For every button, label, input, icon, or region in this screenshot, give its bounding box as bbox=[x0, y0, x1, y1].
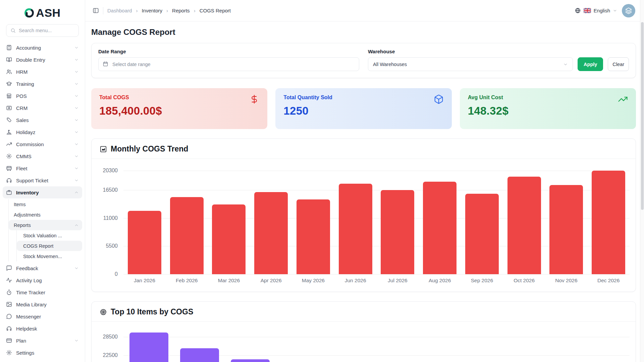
sidebar-item-activity-log[interactable]: Activity Log bbox=[3, 274, 82, 286]
sidebar-item-inventory[interactable]: Inventory bbox=[3, 186, 82, 198]
bar-dec-2026[interactable] bbox=[592, 171, 625, 274]
language-selector[interactable]: English bbox=[575, 7, 617, 14]
sidebar-submenu-inventory: ItemsAdjustmentsReportsStock Valuation .… bbox=[8, 199, 82, 261]
sidebar-item-pos[interactable]: POS bbox=[3, 90, 82, 102]
bar-sep-2026[interactable] bbox=[465, 194, 499, 274]
sidebar-item-double-entry[interactable]: Double Entry bbox=[3, 54, 82, 66]
bar-slot bbox=[123, 211, 166, 275]
apply-button[interactable]: Apply bbox=[578, 57, 603, 71]
sidebar-item-messenger[interactable]: Messenger bbox=[3, 310, 82, 322]
sidebar-item-stock-valuation[interactable]: Stock Valuation ... bbox=[17, 230, 82, 241]
trending-up-icon bbox=[618, 94, 628, 104]
top-items-bar-1[interactable] bbox=[129, 333, 168, 362]
sidebar-item-settings[interactable]: Settings bbox=[3, 347, 82, 359]
sidebar-item-sales[interactable]: Sales bbox=[3, 114, 82, 126]
sidebar-item-stock-movemen[interactable]: Stock Movemen... bbox=[17, 251, 82, 261]
x-axis-label-jan-2026: Jan 2026 bbox=[123, 278, 166, 284]
mountain-flag-icon bbox=[6, 129, 12, 135]
breadcrumb-reports[interactable]: Reports bbox=[172, 8, 190, 13]
sidebar-item-commission[interactable]: Commission bbox=[3, 138, 82, 150]
sidebar-item-label: Commission bbox=[16, 141, 70, 147]
gear-icon bbox=[6, 350, 12, 356]
sidebar-item-label: Media Library bbox=[16, 302, 79, 307]
chevron-down-icon bbox=[74, 266, 79, 270]
sidebar-toggle-icon[interactable] bbox=[93, 7, 99, 14]
breadcrumb-dashboard[interactable]: Dashboard bbox=[107, 8, 132, 13]
bar-slot bbox=[250, 192, 292, 274]
bar-jul-2026[interactable] bbox=[381, 190, 414, 274]
scrollbar-thumb[interactable] bbox=[641, 22, 644, 210]
message-circle-icon bbox=[6, 313, 12, 319]
bar-feb-2026[interactable] bbox=[170, 197, 204, 274]
bar-nov-2026[interactable] bbox=[549, 185, 583, 274]
image-icon bbox=[6, 301, 12, 307]
stat-card-total-cogs: Total COGS185,400.00$ bbox=[91, 88, 267, 129]
breadcrumb-inventory[interactable]: Inventory bbox=[142, 8, 162, 13]
sidebar-item-feedback[interactable]: Feedback bbox=[3, 262, 82, 274]
bar-aug-2026[interactable] bbox=[423, 182, 457, 274]
bar-apr-2026[interactable] bbox=[254, 192, 288, 274]
sidebar-item-items[interactable]: Items bbox=[9, 199, 82, 209]
app-logo[interactable]: ASH bbox=[0, 5, 85, 21]
sidebar-item-hrm[interactable]: HRM bbox=[3, 66, 82, 78]
bar-jun-2026[interactable] bbox=[339, 184, 372, 274]
x-axis-label-jul-2026: Jul 2026 bbox=[377, 278, 419, 284]
sidebar-item-fleet[interactable]: Fleet bbox=[3, 162, 82, 174]
chevron-down-icon bbox=[74, 69, 79, 74]
x-axis-label-feb-2026: Feb 2026 bbox=[166, 278, 208, 284]
headphones-icon bbox=[6, 177, 12, 183]
bar-may-2026[interactable] bbox=[297, 199, 330, 274]
sidebar-item-media-library[interactable]: Media Library bbox=[3, 298, 82, 310]
sidebar-item-plan[interactable]: Plan bbox=[3, 335, 82, 347]
sidebar-item-time-tracker[interactable]: Time Tracker bbox=[3, 286, 82, 298]
chart-gridline bbox=[123, 337, 630, 337]
bars-row bbox=[123, 171, 630, 274]
warehouse-row: Warehouse All Warehouses Apply Clear bbox=[368, 49, 629, 71]
chevron-down-icon bbox=[74, 338, 79, 343]
x-axis-labels: Jan 2026Feb 2026Mar 2026Apr 2026May 2026… bbox=[123, 278, 630, 284]
top-items-bar-2[interactable] bbox=[180, 348, 219, 362]
user-avatar[interactable] bbox=[622, 4, 635, 17]
warehouse-label: Warehouse bbox=[368, 49, 573, 54]
sidebar-item-cmms[interactable]: CMMS bbox=[3, 150, 82, 162]
sidebar-item-accounting[interactable]: Accounting bbox=[3, 42, 82, 54]
sidebar-item-holidayz[interactable]: Holidayz bbox=[3, 126, 82, 138]
sidebar-item-label: Adjustments bbox=[14, 212, 79, 218]
bar-oct-2026[interactable] bbox=[507, 177, 541, 275]
top-items-chart: 2850022500 bbox=[92, 322, 636, 362]
sidebar-item-adjustments[interactable]: Adjustments bbox=[9, 209, 82, 220]
page-scrollbar[interactable] bbox=[640, 0, 644, 362]
date-range-wrap bbox=[98, 57, 359, 71]
top-items-bar-3[interactable] bbox=[231, 359, 270, 362]
search-input[interactable] bbox=[19, 28, 82, 33]
sidebar-item-crm[interactable]: CRM bbox=[3, 102, 82, 114]
sidebar-item-reports[interactable]: Reports bbox=[9, 220, 82, 230]
bus-icon bbox=[6, 165, 12, 171]
date-range-input[interactable] bbox=[98, 57, 359, 71]
sidebar-item-label: HRM bbox=[16, 69, 70, 75]
top-items-header: Top 10 Items by COGS bbox=[92, 302, 636, 322]
sidebar-item-label: Support Ticket bbox=[16, 178, 70, 183]
x-axis-label-jun-2026: Jun 2026 bbox=[334, 278, 377, 284]
sidebar-item-helpdesk[interactable]: Helpdesk bbox=[3, 322, 82, 335]
sidebar-item-training[interactable]: Training bbox=[3, 78, 82, 90]
book-open-icon bbox=[6, 57, 12, 63]
bar-slot bbox=[587, 171, 630, 274]
chevron-up-icon bbox=[74, 190, 79, 195]
sidebar-item-support-ticket[interactable]: Support Ticket bbox=[3, 174, 82, 186]
chevron-down-icon bbox=[613, 8, 617, 13]
logo-text: ASH bbox=[36, 6, 60, 19]
clear-button[interactable]: Clear bbox=[608, 57, 629, 71]
breadcrumb-cogs-report[interactable]: COGS Report bbox=[200, 8, 231, 13]
sidebar-item-label: Inventory bbox=[16, 190, 70, 195]
chart-line-icon bbox=[100, 145, 107, 153]
sidebar-item-label: Training bbox=[16, 81, 70, 87]
sidebar-item-cogs-report[interactable]: COGS Report bbox=[17, 241, 82, 251]
warehouse-select[interactable]: All Warehouses bbox=[368, 57, 573, 71]
x-axis-label-may-2026: May 2026 bbox=[292, 278, 334, 284]
gear-icon bbox=[6, 153, 12, 159]
bar-jan-2026[interactable] bbox=[128, 211, 161, 275]
package-icon bbox=[434, 94, 444, 104]
bar-mar-2026[interactable] bbox=[212, 204, 246, 274]
stat-value: 148.32$ bbox=[468, 105, 628, 117]
